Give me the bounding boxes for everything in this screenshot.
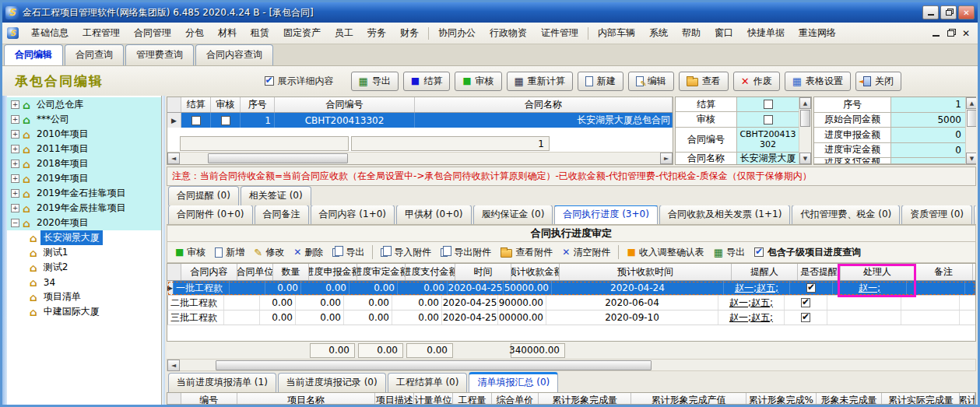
tree-item[interactable]: +⌂2019年金石挂靠项目 bbox=[7, 186, 161, 201]
header-cell[interactable]: 合同名称 bbox=[415, 97, 673, 112]
header-cell[interactable]: 序号 bbox=[241, 97, 275, 112]
props-vscrollbar[interactable]: ▲ ▼ bbox=[799, 97, 811, 164]
minimize-button[interactable] bbox=[922, 5, 939, 19]
tree-item[interactable]: ⌂项目清单 bbox=[7, 289, 161, 304]
header-cell[interactable]: 累计 bbox=[960, 393, 975, 405]
header-cell[interactable]: 预计收款时间 bbox=[560, 264, 732, 280]
menu-item[interactable]: 证件管理 bbox=[534, 24, 585, 42]
tree-item[interactable]: ⌂长安湖景大厦 bbox=[7, 230, 161, 245]
progress-row[interactable]: 二批工程款0.000.000.000.002020-04-2590000.002… bbox=[167, 296, 975, 311]
scroll-left-icon[interactable]: ◄ bbox=[167, 153, 180, 164]
header-cell[interactable]: 时间 bbox=[455, 264, 511, 280]
expand-icon[interactable]: + bbox=[11, 189, 19, 198]
prop-value[interactable]: 5000 bbox=[891, 113, 965, 128]
header-cell[interactable]: 处理人 bbox=[841, 264, 915, 280]
menu-item[interactable]: 基础信息 bbox=[24, 24, 76, 42]
编辑-button[interactable]: 编辑 bbox=[628, 72, 674, 91]
tree-item[interactable]: +⌂2011年项目 bbox=[7, 142, 161, 156]
header-cell[interactable]: 备注 bbox=[915, 264, 973, 280]
menu-item[interactable]: 内部车辆 bbox=[591, 24, 642, 42]
tree-item[interactable]: +⌂2018年项目 bbox=[7, 156, 161, 171]
新建-button[interactable]: 新建 bbox=[578, 72, 623, 91]
remind-checkbox-cell[interactable] bbox=[785, 311, 827, 325]
header-cell[interactable]: 审核 bbox=[211, 97, 241, 112]
sub-tab[interactable]: 履约保证金 (0) bbox=[473, 205, 553, 224]
menu-item[interactable]: 行政物资 bbox=[483, 24, 534, 42]
header-cell[interactable]: 结算 bbox=[181, 97, 211, 112]
main-tab[interactable]: 合同查询 bbox=[65, 44, 124, 65]
bottom-tab[interactable]: 清单填报汇总 (0) bbox=[469, 372, 558, 392]
结算-button[interactable]: ■结算 bbox=[403, 72, 450, 91]
expand-icon[interactable]: + bbox=[11, 160, 19, 168]
menu-item[interactable]: 工程管理 bbox=[76, 24, 127, 42]
menu-item[interactable]: 固定资产 bbox=[276, 24, 328, 42]
expand-icon[interactable]: + bbox=[11, 130, 19, 139]
mdi-restore-button[interactable] bbox=[947, 30, 954, 37]
menu-item[interactable]: 帮助 bbox=[675, 24, 708, 42]
menu-item[interactable]: 材料 bbox=[211, 24, 244, 42]
menu-item[interactable]: 员工 bbox=[328, 24, 360, 42]
scroll-down-icon[interactable]: ▼ bbox=[799, 153, 811, 164]
menu-item[interactable]: 重连网络 bbox=[792, 24, 843, 42]
header-cell[interactable]: 进度审定金额 bbox=[357, 264, 406, 280]
main-tab[interactable]: 合同编辑 bbox=[4, 44, 63, 65]
scroll-left-icon[interactable]: ◄ bbox=[167, 360, 180, 371]
header-cell[interactable]: 形象未完成量 bbox=[817, 393, 883, 405]
bottom-tab[interactable]: 当前进度填报记录 (0) bbox=[278, 373, 386, 392]
header-cell[interactable]: 合同编号 bbox=[275, 97, 415, 112]
prop-value[interactable] bbox=[891, 158, 965, 163]
sub-tab[interactable]: 甲供材 (0+0) bbox=[396, 205, 472, 224]
查看-button[interactable]: 查看 bbox=[679, 72, 729, 91]
menu-item[interactable]: 合同管理 bbox=[127, 24, 178, 42]
收入调整确认表-button[interactable]: ■收入调整确认表 bbox=[623, 244, 707, 261]
scroll-thumb[interactable] bbox=[216, 360, 652, 370]
props-vscrollbar[interactable]: ▲ ▼ bbox=[965, 97, 976, 164]
tree-item[interactable]: −⌂2020年项目 bbox=[7, 216, 161, 230]
header-cell[interactable]: 累计形象完成产值 bbox=[631, 393, 746, 405]
main-tab[interactable]: 合同内容查询 bbox=[195, 44, 273, 65]
contract-row[interactable]: ▶ 1 CBHT200413302 长安湖景大厦总包合同 bbox=[167, 113, 673, 128]
导出附件-button[interactable]: 导出附件 bbox=[437, 244, 494, 261]
restore-button[interactable] bbox=[940, 5, 957, 19]
header-cell[interactable]: 累计实际完成量 bbox=[882, 393, 960, 405]
导出-button[interactable]: 导出 bbox=[329, 244, 367, 261]
tree-item[interactable]: +⌂***公司 bbox=[7, 112, 161, 127]
tree-item[interactable]: ⌂34 bbox=[7, 275, 161, 289]
collapse-icon[interactable]: − bbox=[11, 219, 19, 227]
sub-tab[interactable]: 相关签证 (0) bbox=[241, 186, 311, 205]
tree-item[interactable]: ⌂中建国际大厦 bbox=[7, 304, 161, 319]
scroll-right-icon[interactable]: ► bbox=[660, 153, 673, 164]
header-cell[interactable]: 数量 bbox=[273, 264, 309, 280]
prop-value[interactable]: 0 bbox=[891, 128, 965, 142]
header-cell[interactable]: 累计形象完成% bbox=[746, 393, 817, 405]
scroll-thumb[interactable] bbox=[967, 110, 976, 127]
mdi-close-button[interactable]: ✕ bbox=[962, 29, 970, 38]
menu-item[interactable]: 窗口 bbox=[708, 24, 740, 42]
progress-row[interactable]: 三批工程款0.000.000.000.002020-04-25200000.00… bbox=[167, 311, 975, 325]
tree-item[interactable]: ⌂测试2 bbox=[7, 260, 161, 275]
表格设置-button[interactable]: ▦表格设置 bbox=[785, 72, 851, 91]
progress-hscrollbar[interactable]: ◄ bbox=[167, 359, 976, 371]
sub-tab[interactable]: 合同备注 bbox=[255, 205, 309, 224]
sub-tab[interactable]: 合同收款及相关发票 (1+1) bbox=[659, 205, 791, 224]
scroll-down-icon[interactable]: ▼ bbox=[966, 153, 976, 164]
header-cell[interactable]: 综合单价 bbox=[492, 393, 539, 405]
prop-value[interactable]: 长安湖景大厦 bbox=[737, 153, 799, 164]
header-cell[interactable]: 计量单位 bbox=[414, 393, 453, 405]
scroll-up-icon[interactable]: ▲ bbox=[799, 97, 811, 109]
审核-button[interactable]: ■审核 bbox=[172, 244, 209, 261]
sub-tab[interactable]: 合同内容 (1+0) bbox=[311, 205, 395, 224]
bottom-tab[interactable]: 当前进度填报清单 (1) bbox=[168, 373, 276, 392]
导出-button[interactable]: ▦导出 bbox=[351, 72, 399, 91]
prop-value[interactable]: 0 bbox=[891, 143, 965, 158]
scroll-thumb[interactable] bbox=[208, 153, 348, 163]
prop-value[interactable]: 1 bbox=[891, 97, 965, 112]
tree-item[interactable]: +⌂2019年项目 bbox=[7, 171, 161, 186]
menu-item[interactable]: 分包 bbox=[178, 24, 211, 42]
main-tab[interactable]: 管理费查询 bbox=[125, 44, 194, 65]
close-button[interactable]: ✕ bbox=[958, 5, 975, 19]
新增-button[interactable]: 新增 bbox=[212, 244, 248, 261]
header-cell[interactable]: 工程量 bbox=[453, 393, 492, 405]
header-cell[interactable]: 是否提醒 bbox=[798, 264, 841, 280]
progress-row[interactable]: ▶一批工程款0.000.000.000.002020-04-2550000.00… bbox=[167, 281, 975, 296]
